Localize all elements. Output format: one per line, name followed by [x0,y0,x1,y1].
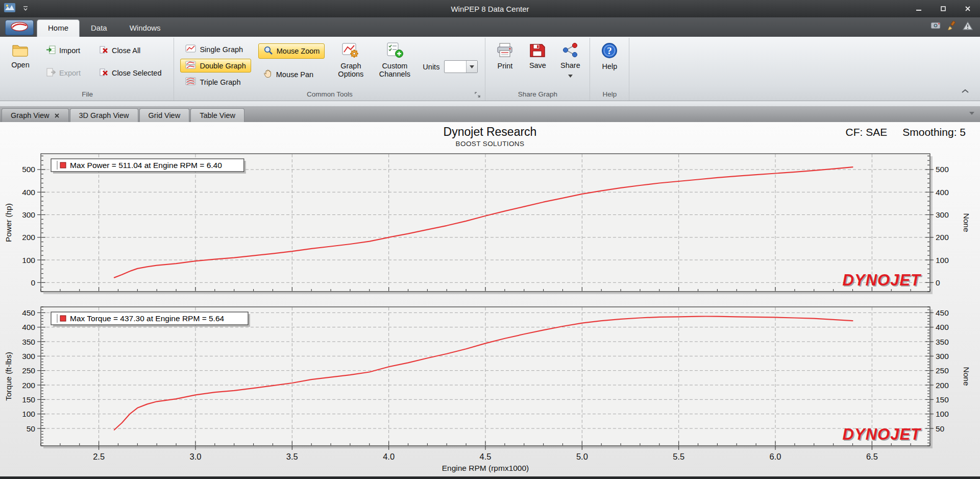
svg-text:350: 350 [22,338,35,346]
minimize-button[interactable] [906,0,931,17]
ribbon-gap [0,101,980,106]
svg-text:300: 300 [22,352,35,361]
close-all-label: Close All [112,46,140,55]
torque-chart[interactable]: 5050100100150150200200250250300300350350… [0,304,980,476]
share-button[interactable]: Share [554,39,586,81]
close-all-icon [99,45,108,56]
svg-text:150: 150 [22,395,35,404]
double-graph-button[interactable]: Double Graph [180,59,251,73]
custom-channels-icon [385,42,404,60]
graph-panel: Dynojet Research BOOST SOLUTIONS CF: SAE… [0,122,980,476]
ribbon-tab-bar: Home Data Windows [0,17,980,37]
svg-text:50: 50 [27,424,36,433]
ribbon-tab-home[interactable]: Home [37,19,80,37]
svg-text:400: 400 [936,188,949,197]
tab-grid-view[interactable]: Grid View [139,108,190,122]
open-button[interactable]: Open [4,39,37,70]
svg-text:350: 350 [936,338,949,346]
winpep-logo-icon [10,21,29,34]
units-control: Units [423,60,478,73]
graph-options-button[interactable]: Graph Options [329,39,373,80]
svg-text:200: 200 [936,233,949,242]
svg-text:2.5: 2.5 [93,452,105,461]
save-button[interactable]: Save [521,39,554,71]
import-button[interactable]: Import [41,43,86,58]
triple-graph-button[interactable]: Triple Graph [180,75,251,89]
tab-overflow-icon[interactable] [969,108,975,117]
triple-graph-icon [185,77,196,87]
quick-access-dropdown-icon[interactable] [22,4,29,13]
save-disk-icon [529,42,546,60]
ribbon-tab-windows[interactable]: Windows [118,19,172,37]
brush-icon[interactable] [947,21,957,32]
svg-text:0: 0 [936,278,940,287]
tab-3d-graph-view[interactable]: 3D Graph View [70,108,138,122]
svg-text:?: ? [607,45,612,56]
svg-text:3.5: 3.5 [286,452,298,461]
svg-text:250: 250 [936,366,949,375]
ribbon-tab-data[interactable]: Data [80,19,118,37]
close-all-button[interactable]: Close All [94,43,167,58]
export-button: Export [41,66,86,80]
application-button[interactable] [5,20,34,35]
help-group-label: Help [593,89,626,101]
svg-text:250: 250 [22,366,35,375]
print-button[interactable]: Print [488,39,521,71]
share-dropdown-arrow-icon[interactable] [568,71,573,79]
mouse-zoom-button[interactable]: Mouse Zoom [258,43,325,59]
close-selected-label: Close Selected [112,69,162,77]
graph-subtitle: BOOST SOLUTIONS [0,140,980,148]
svg-text:200: 200 [22,233,35,242]
svg-text:200: 200 [936,381,949,390]
warning-icon[interactable] [963,21,973,32]
import-label: Import [59,46,80,55]
export-icon [46,68,56,78]
dialog-launcher-icon[interactable] [474,91,481,100]
app-icon[interactable] [4,3,15,14]
svg-text:400: 400 [936,323,949,331]
close-selected-icon [99,68,108,78]
tab-table-view[interactable]: Table View [190,108,244,122]
single-graph-button[interactable]: Single Graph [180,42,251,56]
svg-text:Power (hp): Power (hp) [4,203,13,242]
triple-graph-label: Triple Graph [200,78,240,86]
print-icon [496,42,514,60]
import-icon [46,45,56,56]
open-folder-icon [12,42,29,59]
units-dropdown[interactable] [444,60,478,73]
share-graph-group-label: Share Graph [488,89,586,101]
help-button[interactable]: ? Help [593,39,626,72]
single-graph-label: Single Graph [200,45,243,54]
close-selected-button[interactable]: Close Selected [94,66,167,80]
magnifier-icon [263,45,273,57]
close-button[interactable] [955,0,980,17]
maximize-button[interactable] [931,0,955,17]
svg-text:300: 300 [22,210,35,219]
svg-text:None: None [962,367,971,386]
custom-channels-button[interactable]: Custom Channels [373,39,416,80]
svg-text:6.5: 6.5 [866,452,878,461]
svg-text:6.0: 6.0 [770,452,781,461]
svg-text:None: None [962,213,971,232]
help-group: ? Help Help [590,38,629,101]
svg-text:DYNOJET: DYNOJET [843,271,922,289]
svg-text:DYNOJET: DYNOJET [843,425,922,443]
svg-text:450: 450 [936,308,949,317]
mouse-pan-button[interactable]: Mouse Pan [258,67,325,82]
power-chart[interactable]: 00100100200200300300400400500500DYNOJETD… [0,149,980,302]
tab-graph-view[interactable]: Graph View [2,108,69,122]
camera-icon[interactable] [930,21,941,32]
common-tools-group: Single Graph Double Graph Triple Graph M… [174,38,485,101]
units-dropdown-arrow-icon[interactable] [466,61,477,73]
svg-text:Engine RPM (rpmx1000): Engine RPM (rpmx1000) [442,464,529,472]
double-graph-label: Double Graph [200,62,246,70]
share-network-icon [561,42,579,60]
help-icon: ? [601,42,618,61]
close-tab-icon[interactable] [54,113,60,118]
ribbon-collapse-button[interactable] [959,85,972,97]
svg-text:50: 50 [936,424,945,433]
window-title: WinPEP 8 Data Center [0,5,980,13]
open-label: Open [11,61,29,69]
single-graph-icon [185,44,196,54]
correction-factor: CF: SAE Smoothing: 5 [846,126,966,138]
